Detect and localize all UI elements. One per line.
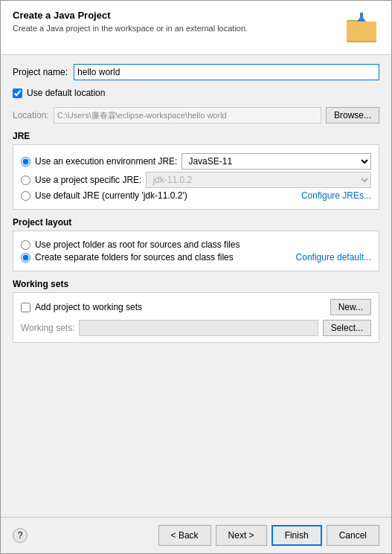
browse-button[interactable]: Browse... [326,107,379,123]
jre-option1-radio[interactable] [21,157,30,167]
configure-default-link[interactable]: Configure default... [296,252,371,262]
dialog-header: Create a Java Project Create a Java proj… [1,1,391,55]
dialog-subtitle: Create a Java project in the workspace o… [13,24,336,33]
svg-rect-4 [360,13,363,22]
use-default-label: Use default location [27,88,105,98]
svg-rect-2 [347,22,376,41]
dialog-content: Project name: Use default location Locat… [1,55,391,517]
dialog: Create a Java Project Create a Java proj… [0,0,392,554]
cancel-button[interactable]: Cancel [327,525,379,546]
back-button[interactable]: < Back [158,525,211,546]
location-row: Location: Browse... [13,107,379,123]
location-label: Location: [13,110,49,120]
jre-title: JRE [13,131,379,141]
project-layout-box: Use project folder as root for sources a… [13,231,379,271]
select-working-set-button[interactable]: Select... [323,320,371,336]
jre-option3-row: Use default JRE (currently 'jdk-11.0.2')… [21,190,371,201]
working-sets-label: Working sets: [21,323,74,333]
dialog-footer: ? < Back Next > Finish Cancel [1,517,391,553]
working-sets-title: Working sets [13,279,379,289]
configure-jres-link[interactable]: Configure JREs... [301,190,371,201]
use-default-checkbox[interactable] [13,88,22,98]
layout-option2-row: Create separate folders for sources and … [21,252,371,262]
jre-option2-label: Use a project specific JRE: [35,175,141,185]
new-working-set-button[interactable]: New... [330,299,371,315]
next-button[interactable]: Next > [216,525,267,546]
layout-option1-radio[interactable] [21,240,30,250]
jre-option3-label: Use default JRE (currently 'jdk-11.0.2') [35,190,187,201]
help-button[interactable]: ? [13,528,28,543]
project-layout-title: Project layout [13,217,379,228]
add-working-set-checkbox[interactable] [21,303,30,312]
dialog-title: Create a Java Project [13,10,336,21]
project-name-row: Project name: [13,64,379,80]
jre-option1-row: Use an execution environment JRE: JavaSE… [21,153,371,170]
layout-option1-label: Use project folder as root for sources a… [35,239,240,250]
jre-option3-radio[interactable] [21,191,30,201]
layout-option2-radio[interactable] [21,253,30,262]
jre-box: Use an execution environment JRE: JavaSE… [13,144,379,210]
header-text: Create a Java Project Create a Java proj… [13,10,336,33]
location-input [54,107,321,123]
jre-section: JRE Use an execution environment JRE: Ja… [13,131,379,210]
working-sets-select-row: Working sets: Select... [21,320,371,336]
jre-option2-radio[interactable] [21,175,30,185]
layout-option2-label: Create separate folders for sources and … [35,252,234,262]
jre-option2-row: Use a project specific JRE: jdk-11.0.2 [21,172,371,188]
project-name-input[interactable] [74,64,379,80]
layout-option1-row: Use project folder as root for sources a… [21,239,371,250]
working-sets-input [79,320,318,336]
footer-buttons: < Back Next > Finish Cancel [158,525,379,546]
finish-button[interactable]: Finish [271,525,322,546]
default-location-row: Use default location [13,88,379,98]
folder-icon [344,10,379,45]
project-name-label: Project name: [13,67,68,77]
jre-env-dropdown[interactable]: JavaSE-11 [181,153,371,170]
jre-option1-label: Use an execution environment JRE: [35,156,177,167]
jre-specific-dropdown[interactable]: jdk-11.0.2 [146,172,371,188]
add-working-set-label: Add project to working sets [35,302,142,312]
working-sets-section: Working sets Add project to working sets… [13,279,379,343]
working-sets-add-row: Add project to working sets New... [21,299,371,315]
working-sets-box: Add project to working sets New... Worki… [13,292,379,343]
project-layout-section: Project layout Use project folder as roo… [13,217,379,271]
